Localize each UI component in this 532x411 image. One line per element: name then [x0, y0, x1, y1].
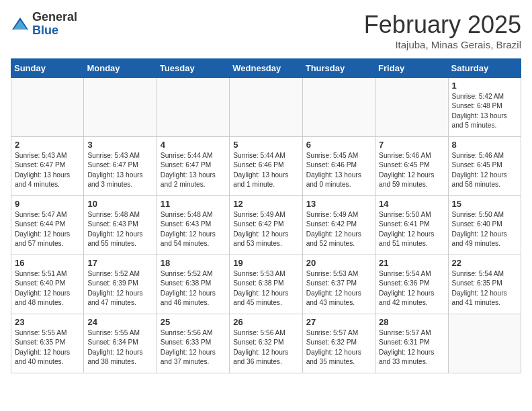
day-number: 25 — [161, 317, 226, 327]
calendar-header-thursday: Thursday — [302, 59, 375, 78]
day-info: Sunrise: 5:55 AM Sunset: 6:34 PM Dayligh… — [87, 328, 152, 367]
day-number: 12 — [233, 199, 298, 209]
day-number: 7 — [379, 140, 444, 150]
calendar-table: SundayMondayTuesdayWednesdayThursdayFrid… — [11, 58, 521, 373]
calendar-cell — [448, 314, 521, 373]
day-info: Sunrise: 5:48 AM Sunset: 6:43 PM Dayligh… — [161, 210, 226, 248]
day-info: Sunrise: 5:54 AM Sunset: 6:35 PM Dayligh… — [452, 269, 517, 308]
calendar-cell: 17Sunrise: 5:52 AM Sunset: 6:39 PM Dayli… — [84, 255, 157, 314]
calendar-cell: 8Sunrise: 5:46 AM Sunset: 6:45 PM Daylig… — [448, 137, 521, 196]
calendar-cell: 22Sunrise: 5:54 AM Sunset: 6:35 PM Dayli… — [448, 255, 521, 314]
calendar-cell — [230, 78, 302, 137]
calendar-header-monday: Monday — [84, 59, 157, 78]
day-number: 6 — [306, 140, 371, 150]
calendar-cell: 3Sunrise: 5:43 AM Sunset: 6:47 PM Daylig… — [84, 137, 157, 196]
day-info: Sunrise: 5:57 AM Sunset: 6:31 PM Dayligh… — [379, 328, 444, 367]
day-info: Sunrise: 5:50 AM Sunset: 6:40 PM Dayligh… — [452, 210, 517, 248]
day-number: 17 — [87, 258, 152, 268]
day-number: 26 — [233, 317, 298, 327]
calendar-cell — [84, 78, 157, 137]
day-info: Sunrise: 5:55 AM Sunset: 6:35 PM Dayligh… — [15, 328, 80, 367]
calendar-header-sunday: Sunday — [11, 59, 84, 78]
day-info: Sunrise: 5:54 AM Sunset: 6:36 PM Dayligh… — [379, 269, 444, 308]
calendar-cell — [157, 78, 229, 137]
day-info: Sunrise: 5:42 AM Sunset: 6:48 PM Dayligh… — [452, 92, 517, 130]
calendar-header-saturday: Saturday — [448, 59, 521, 78]
day-info: Sunrise: 5:49 AM Sunset: 6:42 PM Dayligh… — [233, 210, 298, 248]
calendar-cell: 11Sunrise: 5:48 AM Sunset: 6:43 PM Dayli… — [157, 196, 229, 255]
calendar-week-4: 16Sunrise: 5:51 AM Sunset: 6:40 PM Dayli… — [11, 255, 521, 314]
calendar-cell — [375, 78, 448, 137]
calendar-header-wednesday: Wednesday — [230, 59, 302, 78]
calendar-cell — [11, 78, 84, 137]
day-info: Sunrise: 5:56 AM Sunset: 6:33 PM Dayligh… — [161, 328, 226, 367]
day-number: 15 — [452, 199, 517, 209]
calendar-week-5: 23Sunrise: 5:55 AM Sunset: 6:35 PM Dayli… — [11, 314, 521, 373]
day-number: 5 — [233, 140, 298, 150]
day-number: 19 — [233, 258, 298, 268]
calendar-cell: 14Sunrise: 5:50 AM Sunset: 6:41 PM Dayli… — [375, 196, 448, 255]
calendar-cell: 21Sunrise: 5:54 AM Sunset: 6:36 PM Dayli… — [375, 255, 448, 314]
calendar-cell: 5Sunrise: 5:44 AM Sunset: 6:46 PM Daylig… — [230, 137, 302, 196]
calendar-cell: 6Sunrise: 5:45 AM Sunset: 6:46 PM Daylig… — [302, 137, 375, 196]
day-info: Sunrise: 5:56 AM Sunset: 6:32 PM Dayligh… — [233, 328, 298, 367]
day-number: 13 — [306, 199, 371, 209]
calendar-cell: 19Sunrise: 5:53 AM Sunset: 6:38 PM Dayli… — [230, 255, 302, 314]
day-info: Sunrise: 5:53 AM Sunset: 6:38 PM Dayligh… — [233, 269, 298, 308]
calendar-cell: 26Sunrise: 5:56 AM Sunset: 6:32 PM Dayli… — [230, 314, 302, 373]
calendar-cell — [302, 78, 375, 137]
location: Itajuba, Minas Gerais, Brazil — [364, 39, 521, 50]
day-info: Sunrise: 5:47 AM Sunset: 6:44 PM Dayligh… — [15, 210, 80, 248]
day-info: Sunrise: 5:43 AM Sunset: 6:47 PM Dayligh… — [87, 151, 152, 189]
logo: General Blue — [11, 11, 77, 38]
calendar-week-2: 2Sunrise: 5:43 AM Sunset: 6:47 PM Daylig… — [11, 137, 521, 196]
calendar-week-3: 9Sunrise: 5:47 AM Sunset: 6:44 PM Daylig… — [11, 196, 521, 255]
day-info: Sunrise: 5:48 AM Sunset: 6:43 PM Dayligh… — [87, 210, 152, 248]
logo-text: General Blue — [32, 11, 77, 38]
day-info: Sunrise: 5:46 AM Sunset: 6:45 PM Dayligh… — [452, 151, 517, 189]
calendar-week-1: 1Sunrise: 5:42 AM Sunset: 6:48 PM Daylig… — [11, 78, 521, 137]
day-number: 14 — [379, 199, 444, 209]
title-block: February 2025 Itajuba, Minas Gerais, Bra… — [364, 11, 521, 50]
day-number: 22 — [452, 258, 517, 268]
day-number: 20 — [306, 258, 371, 268]
day-info: Sunrise: 5:53 AM Sunset: 6:37 PM Dayligh… — [306, 269, 371, 308]
calendar-cell: 2Sunrise: 5:43 AM Sunset: 6:47 PM Daylig… — [11, 137, 84, 196]
day-info: Sunrise: 5:45 AM Sunset: 6:46 PM Dayligh… — [306, 151, 371, 189]
day-number: 8 — [452, 140, 517, 150]
calendar-cell: 18Sunrise: 5:52 AM Sunset: 6:38 PM Dayli… — [157, 255, 229, 314]
calendar-cell: 16Sunrise: 5:51 AM Sunset: 6:40 PM Dayli… — [11, 255, 84, 314]
logo-icon — [11, 15, 30, 34]
calendar-cell: 23Sunrise: 5:55 AM Sunset: 6:35 PM Dayli… — [11, 314, 84, 373]
calendar-cell: 15Sunrise: 5:50 AM Sunset: 6:40 PM Dayli… — [448, 196, 521, 255]
calendar-cell: 7Sunrise: 5:46 AM Sunset: 6:45 PM Daylig… — [375, 137, 448, 196]
day-info: Sunrise: 5:52 AM Sunset: 6:39 PM Dayligh… — [87, 269, 152, 308]
calendar-cell: 13Sunrise: 5:49 AM Sunset: 6:42 PM Dayli… — [302, 196, 375, 255]
calendar-cell: 28Sunrise: 5:57 AM Sunset: 6:31 PM Dayli… — [375, 314, 448, 373]
day-info: Sunrise: 5:57 AM Sunset: 6:32 PM Dayligh… — [306, 328, 371, 367]
calendar-cell: 4Sunrise: 5:44 AM Sunset: 6:47 PM Daylig… — [157, 137, 229, 196]
day-info: Sunrise: 5:44 AM Sunset: 6:46 PM Dayligh… — [233, 151, 298, 189]
day-number: 4 — [161, 140, 226, 150]
day-info: Sunrise: 5:43 AM Sunset: 6:47 PM Dayligh… — [15, 151, 80, 189]
calendar-cell: 27Sunrise: 5:57 AM Sunset: 6:32 PM Dayli… — [302, 314, 375, 373]
calendar-cell: 9Sunrise: 5:47 AM Sunset: 6:44 PM Daylig… — [11, 196, 84, 255]
calendar-cell: 25Sunrise: 5:56 AM Sunset: 6:33 PM Dayli… — [157, 314, 229, 373]
calendar-cell: 12Sunrise: 5:49 AM Sunset: 6:42 PM Dayli… — [230, 196, 302, 255]
day-info: Sunrise: 5:44 AM Sunset: 6:47 PM Dayligh… — [161, 151, 226, 189]
day-number: 18 — [161, 258, 226, 268]
day-info: Sunrise: 5:49 AM Sunset: 6:42 PM Dayligh… — [306, 210, 371, 248]
calendar-cell: 10Sunrise: 5:48 AM Sunset: 6:43 PM Dayli… — [84, 196, 157, 255]
day-number: 27 — [306, 317, 371, 327]
calendar-header-row: SundayMondayTuesdayWednesdayThursdayFrid… — [11, 59, 521, 78]
day-number: 10 — [87, 199, 152, 209]
calendar-cell: 20Sunrise: 5:53 AM Sunset: 6:37 PM Dayli… — [302, 255, 375, 314]
day-number: 24 — [87, 317, 152, 327]
calendar-header-friday: Friday — [375, 59, 448, 78]
page-header: General Blue February 2025 Itajuba, Mina… — [11, 11, 521, 50]
day-number: 28 — [379, 317, 444, 327]
day-number: 16 — [15, 258, 80, 268]
day-number: 9 — [15, 199, 80, 209]
calendar-header-tuesday: Tuesday — [157, 59, 229, 78]
day-number: 2 — [15, 140, 80, 150]
